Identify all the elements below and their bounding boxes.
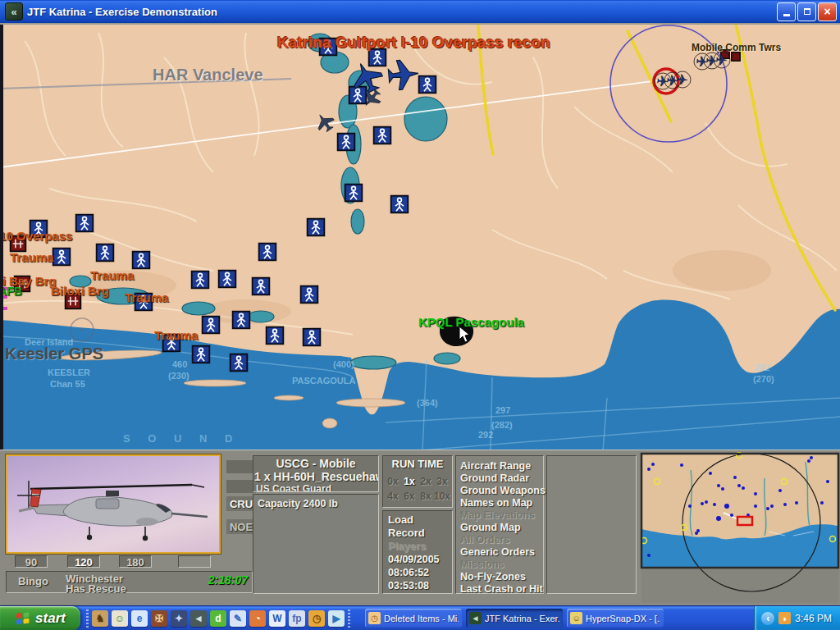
flight-mode-blank[interactable] — [226, 460, 256, 473]
map-label-230: (230) — [168, 371, 189, 381]
task-hypersnap-dx[interactable]: ☺HyperSnap-DX - [... — [567, 609, 664, 628]
toggle-no-fly-zones[interactable]: No-Fly-Zones — [460, 571, 543, 582]
task-label: JTF Katrina - Exer... — [485, 614, 559, 623]
map-label-282: (282) — [491, 420, 513, 430]
map-label-kpql-pascagoula: KPQL Pascagoula — [418, 316, 524, 330]
download-icon[interactable]: d — [210, 610, 226, 627]
minimap-unit-dot — [807, 459, 810, 463]
players-button[interactable]: Players — [388, 540, 452, 552]
mission-timer: 2:18:07 — [208, 573, 248, 587]
toggle-missions[interactable]: Missions — [460, 559, 543, 570]
elapsed-time: 03:53:08 — [388, 580, 452, 591]
close-button[interactable]: × — [818, 2, 837, 21]
minimap-unit-dot — [810, 456, 813, 459]
minimap-unit-dot — [717, 484, 720, 487]
unit-type: 1 x HH-60H_Rescuehawk — [254, 470, 378, 483]
overview-minimap[interactable] — [640, 452, 840, 605]
tactical-map[interactable]: Katrina Gulfport I-10 Overpass reconHAR … — [0, 23, 840, 450]
minimap-unit-dot — [733, 476, 737, 479]
unit-capacity: Capacity 2400 lb — [258, 498, 378, 509]
toggle-last-crash-or-hit[interactable]: Last Crash or Hit — [460, 583, 543, 595]
quick-launch-bar: ♞☺e✠✦◄d✎◔Wfp◷▶ — [92, 610, 345, 627]
sim-speed-3x[interactable]: 3x — [434, 474, 450, 489]
game-face-icon[interactable]: ✠ — [151, 610, 167, 627]
tray-expand-button[interactable]: ‹ — [761, 612, 774, 625]
run-time-box: RUN TIME 0x1x2x3x4x6x8x10x — [382, 455, 453, 508]
minimap-unit-dot — [709, 472, 712, 475]
toggle-names-on-map[interactable]: Names on Map — [460, 497, 543, 509]
toggle-ground-map[interactable]: Ground Map — [460, 522, 543, 533]
clock-launch-icon[interactable]: ◷ — [308, 610, 325, 627]
media-player-icon[interactable]: ▶ — [328, 610, 345, 627]
sim-speed-8x[interactable]: 8x — [418, 489, 434, 504]
sim-speed-10x[interactable]: 10x — [434, 489, 450, 504]
sim-speed-selector: 0x1x2x3x4x6x8x10x — [385, 474, 452, 504]
flight-mode-cru[interactable]: CRU — [226, 496, 256, 511]
unit-details-box: Capacity 2400 lb — [253, 494, 379, 594]
sim-speed-1x[interactable]: 1x — [401, 474, 418, 489]
start-button[interactable]: start — [0, 606, 80, 630]
sim-controls-box: LoadRecordPlayers 04/09/2005 08:06:52 03… — [382, 510, 453, 594]
unit-service: US Coast Guard — [256, 483, 378, 492]
minimap-unit-dot — [826, 480, 829, 483]
sim-speed-0x[interactable]: 0x — [385, 474, 401, 489]
toggle-ground-radar[interactable]: Ground Radar — [460, 472, 543, 484]
map-label-364: (364) — [417, 398, 438, 408]
empty-panel — [546, 455, 637, 594]
game-icon[interactable]: ♞ — [92, 610, 108, 627]
flight-mode-noe[interactable]: NOE — [226, 519, 256, 534]
tray-clock-icon[interactable]: ◗ — [778, 612, 791, 624]
map-label-460: 460 — [172, 359, 187, 369]
window-title: JTF Katrina - Exercise Demonstration — [27, 6, 777, 18]
ink-pen-icon[interactable]: ✎ — [230, 610, 246, 627]
map-label-i-10-overpass: I-10 Overpass — [0, 230, 72, 244]
sim-time: 08:06:52 — [388, 567, 452, 578]
minimap-unit-dot — [716, 516, 721, 521]
selected-unit-header: USCG - Mobile 1 x HH-60H_Rescuehawk US C… — [253, 455, 379, 492]
flight-mode-blank[interactable] — [226, 480, 256, 493]
frontpage-icon[interactable]: fp — [289, 610, 305, 627]
minimap-unit-dot — [721, 487, 724, 491]
outlook-icon[interactable]: ◔ — [249, 610, 266, 627]
messenger-icon[interactable]: ☺ — [112, 610, 128, 627]
map-label-afb: AFB — [0, 285, 22, 298]
airspeed-90[interactable]: 90 — [15, 555, 48, 568]
minimap-unit-dot — [680, 463, 683, 467]
map-label-s-o-u-n-d: S O U N D — [123, 433, 240, 445]
restore-icon — [804, 8, 810, 15]
word-icon[interactable]: W — [269, 610, 285, 627]
sim-speed-4x[interactable]: 4x — [385, 489, 401, 504]
pattern-icon[interactable]: ✦ — [171, 610, 187, 627]
taskbar-divider — [348, 609, 350, 628]
restore-button[interactable] — [797, 2, 816, 21]
toggle-generic-orders[interactable]: Generic Orders — [460, 546, 543, 558]
window-titlebar[interactable]: « JTF Katrina - Exercise Demonstration × — [0, 0, 840, 23]
toggle-all-orders[interactable]: All Orders — [460, 534, 543, 546]
minimap-unit-dot — [770, 504, 774, 508]
unit-status-bar: Bingo Winchester Has Rescue 2:18:07 — [6, 571, 253, 593]
toggle-ground-weapons[interactable]: Ground Weapons — [460, 485, 543, 496]
minimap-unit-dot — [778, 489, 782, 492]
map-label-chan-55: Chan 55 — [50, 379, 85, 389]
minimize-button[interactable] — [777, 2, 796, 21]
ie-icon[interactable]: e — [131, 610, 148, 627]
start-label: start — [35, 610, 66, 627]
airspeed-180[interactable]: 180 — [119, 555, 152, 568]
airspeed-120[interactable]: 120 — [67, 555, 100, 568]
map-label-282: 282 — [755, 363, 769, 372]
task-deleted-items-mi[interactable]: ◷Deleted Items - Mi... — [365, 609, 462, 628]
unit-3d-viewport[interactable] — [6, 454, 221, 554]
toggle-aircraft-range[interactable]: Aircraft Range — [460, 460, 543, 472]
map-label-katrina-gulfport-i-10-overpass-recon: Katrina Gulfport I-10 Overpass recon — [277, 34, 550, 52]
task-jtf-katrina-exer[interactable]: ◄JTF Katrina - Exer... — [466, 609, 563, 628]
back-arrow-icon[interactable]: ◄ — [190, 610, 207, 627]
minimap-unit-dot — [713, 503, 716, 506]
load-button[interactable]: Load — [388, 514, 452, 526]
sim-speed-6x[interactable]: 6x — [401, 489, 418, 504]
airspeed-blank[interactable] — [178, 555, 211, 568]
task-buttons: ◷Deleted Items - Mi...◄JTF Katrina - Exe… — [365, 609, 664, 628]
minimap-unit-dot — [647, 554, 651, 557]
toggle-map-elevations[interactable]: Map Elevations — [460, 509, 543, 521]
sim-speed-2x[interactable]: 2x — [418, 474, 434, 489]
record-button[interactable]: Record — [388, 527, 452, 539]
